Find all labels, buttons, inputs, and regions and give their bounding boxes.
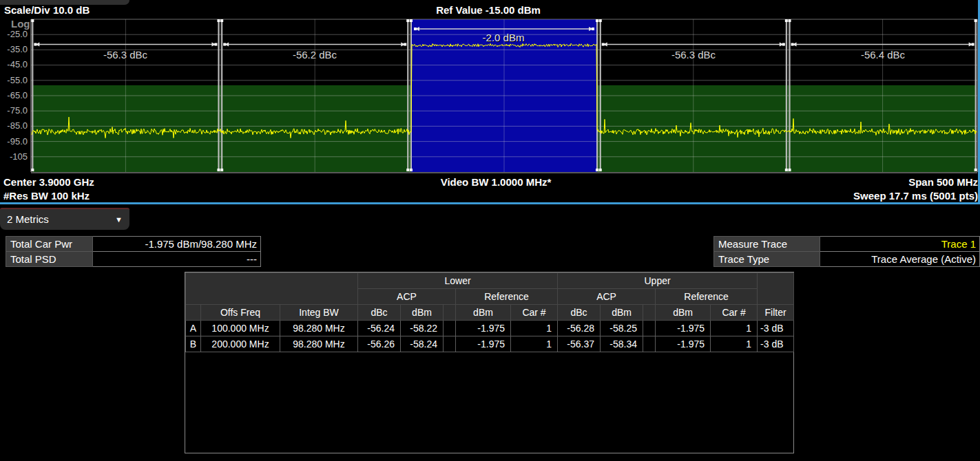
dbc-header: dBc	[358, 305, 401, 321]
acp-cell: 1	[711, 336, 758, 352]
offset-a-lower-annotation: -56.2 dBc	[267, 49, 363, 61]
acp-cell	[643, 336, 656, 352]
table-row: A 100.000 MHz 98.280 MHz -56.24 -58.22 -…	[186, 321, 794, 336]
lower-acp-header: ACP	[358, 289, 456, 305]
offs-freq-header: Offs Freq	[201, 305, 280, 321]
ref-dbm-header: dBm	[456, 305, 511, 321]
column-header-row: Offs Freq Integ BW dBc dBm dBm Car # dBc…	[186, 305, 794, 321]
acp-cell: -1.975	[656, 336, 711, 352]
acp-cell: 200.000 MHz	[201, 336, 280, 352]
trace-type-value[interactable]: Trace Average (Active)	[820, 252, 979, 267]
ref-value-label: Ref Value -15.00 dBm	[436, 4, 541, 16]
res-bw-label: #Res BW 100 kHz	[3, 190, 90, 202]
carrier-power-metrics-table: Total Car Pwr -1.975 dBm/98.280 MHz Tota…	[6, 236, 261, 267]
upper-acp-header: ACP	[558, 289, 656, 305]
sweep-label: Sweep 17.7 ms (5001 pts)	[853, 190, 978, 202]
acp-cell: 98.280 MHz	[280, 336, 358, 352]
table-row: Total PSD ---	[6, 252, 261, 267]
y-tick: -105	[0, 151, 28, 162]
y-tick: -45.0	[0, 59, 28, 69]
row-id: B	[186, 336, 201, 352]
filter-header: Filter	[758, 305, 794, 321]
acp-cell: 98.280 MHz	[280, 321, 358, 336]
blank-header	[758, 273, 794, 305]
acp-cell: 100.000 MHz	[201, 321, 280, 336]
scale-div-label: Scale/Div 10.0 dB	[4, 4, 90, 16]
dbm-header: dBm	[401, 305, 444, 321]
y-tick: -55.0	[0, 75, 28, 85]
acp-cell: -1.975	[456, 336, 511, 352]
acp-results-panel: Lower Upper ACP Reference ACP Reference …	[185, 272, 794, 453]
table-row: Trace Type Trace Average (Active)	[714, 252, 980, 267]
car-header: Car #	[511, 305, 558, 321]
total-car-pwr-label: Total Car Pwr	[6, 237, 93, 252]
chevron-down-icon: ▼	[115, 209, 123, 230]
upper-reference-header: Reference	[656, 289, 758, 305]
acp-cell: 1	[511, 321, 558, 336]
dbc-header: dBc	[558, 305, 601, 321]
blank-header	[643, 305, 656, 321]
ref-dbm-header: dBm	[656, 305, 711, 321]
measure-trace-value[interactable]: Trace 1	[820, 237, 979, 252]
total-car-pwr-value: -1.975 dBm/98.280 MHz	[93, 237, 261, 252]
upper-group-header: Upper	[558, 273, 758, 289]
lower-group-header: Lower	[358, 273, 558, 289]
metrics-dropdown-label: 2 Metrics	[7, 209, 49, 230]
acp-cell	[444, 336, 456, 352]
total-psd-value: ---	[93, 252, 261, 267]
table-row: Measure Trace Trace 1	[714, 237, 980, 252]
metrics-dropdown[interactable]: 2 Metrics ▼	[0, 208, 129, 230]
acp-cell: -3 dB	[758, 321, 794, 336]
acp-cell	[444, 321, 456, 336]
log-scale-label: Log	[11, 18, 30, 30]
acp-cell: 1	[711, 321, 758, 336]
spectrum-plot[interactable]	[0, 0, 980, 179]
table-row: Total Car Pwr -1.975 dBm/98.280 MHz	[6, 237, 261, 252]
acp-results-table: Lower Upper ACP Reference ACP Reference …	[185, 272, 794, 352]
row-id: A	[186, 321, 201, 336]
acp-cell: -1.975	[656, 321, 711, 336]
acp-cell: -56.37	[558, 336, 601, 352]
y-tick: -85.0	[0, 120, 28, 131]
acp-cell: -56.28	[558, 321, 601, 336]
group-header-row: Lower Upper	[186, 273, 794, 289]
acp-cell: -58.34	[601, 336, 643, 352]
video-bw-label: Video BW 1.0000 MHz*	[441, 176, 552, 188]
y-tick: -35.0	[0, 44, 28, 54]
integ-bw-header: Integ BW	[280, 305, 358, 321]
offset-b-upper-annotation: -56.4 dBc	[835, 49, 931, 61]
window-separator-line	[0, 202, 980, 204]
y-tick: -75.0	[0, 105, 28, 116]
acp-cell: -56.24	[358, 321, 401, 336]
blank-header	[444, 305, 456, 321]
dbm-header: dBm	[601, 305, 643, 321]
blank-header	[186, 305, 201, 321]
acp-cell: -56.26	[358, 336, 401, 352]
trace-info-table: Measure Trace Trace 1 Trace Type Trace A…	[713, 236, 980, 267]
table-row: B 200.000 MHz 98.280 MHz -56.26 -58.24 -…	[186, 336, 794, 352]
y-tick: -95.0	[0, 136, 28, 147]
center-freq-label: Center 3.9000 GHz	[3, 176, 94, 188]
acp-cell: -58.24	[401, 336, 444, 352]
acp-cell: -58.25	[601, 321, 643, 336]
y-tick: -25.0	[0, 29, 28, 39]
acp-cell	[643, 321, 656, 336]
acp-cell: -3 dB	[758, 336, 794, 352]
y-tick: -65.0	[0, 90, 28, 100]
acp-cell: -58.22	[401, 321, 444, 336]
spectrum-analyzer-screen: Scale/Div 10.0 dB Ref Value -15.00 dBm L…	[0, 0, 980, 461]
acp-cell: 1	[511, 336, 558, 352]
acp-cell: -1.975	[456, 321, 511, 336]
carrier-power-annotation: -2.0 dBm	[455, 32, 552, 43]
lower-reference-header: Reference	[456, 289, 558, 305]
span-label: Span 500 MHz	[908, 176, 978, 188]
offset-b-lower-annotation: -56.3 dBc	[77, 49, 174, 61]
total-psd-label: Total PSD	[6, 252, 93, 267]
measure-trace-label: Measure Trace	[714, 237, 820, 252]
blank-header	[186, 273, 358, 305]
car-header: Car #	[711, 305, 758, 321]
trace-type-label: Trace Type	[714, 252, 820, 267]
offset-a-upper-annotation: -56.3 dBc	[645, 49, 742, 61]
